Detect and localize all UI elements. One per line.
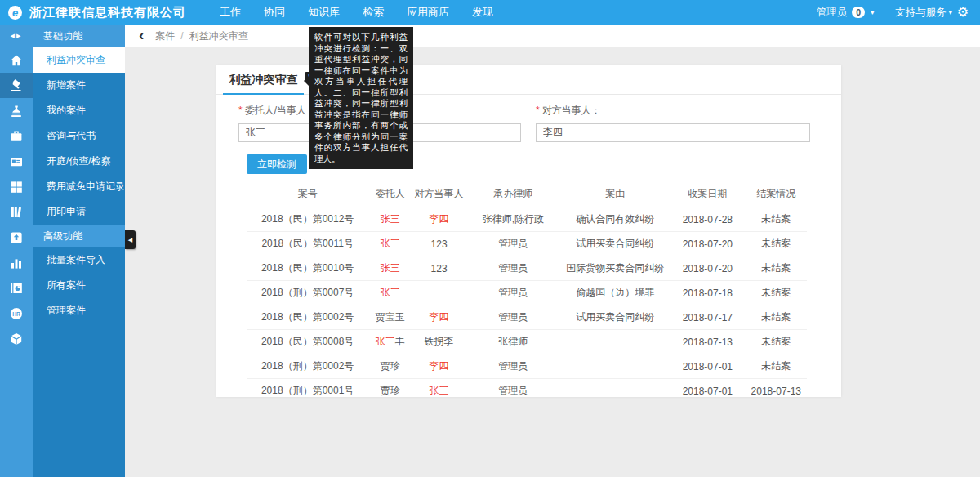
cell-status: 未结案 [746, 305, 807, 330]
hr-icon[interactable]: HR [0, 301, 33, 326]
breadcrumb-section[interactable]: 案件 [155, 29, 175, 43]
opponent-field-label: *对方当事人： [536, 104, 810, 118]
cell-status: 未结案 [746, 354, 807, 379]
cell-opponent: 铁拐李 [412, 330, 466, 354]
cell-lawyer: 张律师 [466, 330, 560, 354]
tooltip-text: 软件可对以下几种利益冲突进行检测：一、双重代理型利益冲突，同一律师在同一案件中为… [314, 32, 408, 163]
nav-item[interactable]: 发现 [461, 0, 505, 25]
collapse-icon[interactable]: ◀▶ [0, 25, 33, 47]
results-table-wrap: 案号委托人对方当事人承办律师案由收案日期结案情况 2018（民）第0012号张三… [247, 181, 807, 403]
topbar: e 浙江律联信息科技有限公司 工作协同知识库检索应用商店发现 管理员 0 ▾ 支… [0, 0, 980, 25]
table-row[interactable]: 2018（刑）第0002号贾珍李四管理员2018-07-01未结案 [247, 354, 807, 379]
results-table: 案号委托人对方当事人承办律师案由收案日期结案情况 2018（民）第0012号张三… [247, 181, 807, 403]
user-menu[interactable]: 管理员 0 ▾ [817, 6, 875, 20]
sidebar-item[interactable]: 新增案件 [33, 73, 125, 98]
conflict-info-tooltip: 软件可对以下几种利益冲突进行检测：一、双重代理型利益冲突，同一律师在同一案件中为… [309, 27, 413, 169]
sidebar-item[interactable]: 用印申请 [33, 199, 125, 225]
table-row[interactable]: 2018（民）第0002号贾宝玉李四管理员试用买卖合同纠纷2018-07-17未… [247, 305, 807, 330]
cell-case-no: 2018（民）第0012号 [247, 207, 368, 232]
table-row[interactable]: 2018（民）第0012号张三李四张律师,陈行政确认合同有效纠纷2018-07-… [247, 207, 807, 232]
table-row[interactable]: 2018（民）第0008号张三丰铁拐李张律师2018-07-13未结案 [247, 330, 807, 354]
sidebar-item[interactable]: 批量案件导入 [33, 247, 125, 273]
table-row[interactable]: 2018（民）第0010号张三123管理员国际货物买卖合同纠纷2018-07-2… [247, 256, 807, 281]
books-icon[interactable] [0, 199, 33, 225]
sidebar-section-header[interactable]: 基础功能 [33, 25, 125, 47]
cell-opponent: 李四 [412, 354, 466, 379]
sidebar-item[interactable]: 开庭/侦查/检察 [33, 149, 125, 174]
cell-opponent: 李四 [412, 207, 466, 232]
table-row[interactable]: 2018（刑）第0001号贾珍张三管理员2018-07-012018-07-13 [247, 379, 807, 403]
svg-text:HR: HR [12, 310, 20, 316]
opponent-input[interactable] [536, 123, 810, 142]
breadcrumb-separator: / [180, 30, 183, 42]
nav-item[interactable]: 工作 [208, 0, 252, 25]
bar-chart-icon[interactable] [0, 250, 33, 275]
cell-status: 未结案 [746, 232, 807, 256]
sidebar-item[interactable]: 咨询与代书 [33, 123, 125, 149]
column-header: 承办律师 [466, 181, 560, 207]
chevron-down-icon: ▾ [949, 9, 952, 16]
cell-cause: 确认合同有效纠纷 [561, 207, 670, 232]
sidebar-item[interactable]: 费用减免申请记录 [33, 174, 125, 199]
breadcrumb: ‹ 案件 / 利益冲突审查 [125, 25, 980, 47]
chevron-down-icon: ▾ [871, 9, 874, 16]
nav-item[interactable]: 知识库 [296, 0, 351, 25]
cell-lawyer: 管理员 [466, 379, 560, 403]
cell-opponent [412, 281, 466, 305]
cell-status: 未结案 [746, 330, 807, 354]
table-header-row: 案号委托人对方当事人承办律师案由收案日期结案情况 [247, 181, 807, 207]
cell-client: 贾宝玉 [368, 305, 412, 330]
gavel-icon[interactable] [0, 73, 33, 98]
brand-title: 浙江律联信息科技有限公司 [29, 5, 186, 20]
briefcase-icon[interactable] [0, 123, 33, 149]
cell-client: 张三丰 [368, 330, 412, 354]
sidebar-item[interactable]: 我的案件 [33, 98, 125, 123]
notification-badge: 0 [852, 7, 865, 18]
sidebar-collapse-tab[interactable]: ◀ [125, 230, 136, 249]
nav-item[interactable]: 检索 [351, 0, 395, 25]
column-header: 案由 [561, 181, 670, 207]
nav-item[interactable]: 协同 [252, 0, 296, 25]
cell-lawyer: 管理员 [466, 305, 560, 330]
support-menu[interactable]: 支持与服务 ▾ [895, 6, 952, 20]
cell-date: 2018-07-28 [670, 207, 745, 232]
required-mark: * [238, 105, 243, 116]
gear-icon[interactable]: ⚙ [957, 6, 969, 19]
cell-client: 贾珍 [368, 354, 412, 379]
table-row[interactable]: 2018（刑）第0007号张三管理员偷越国（边）境罪2018-07-18未结案 [247, 281, 807, 305]
upload-box-icon[interactable] [0, 225, 33, 250]
sidebar-section-header[interactable]: 高级功能 [33, 225, 125, 247]
cell-status: 未结案 [746, 256, 807, 281]
sidebar-item[interactable]: 利益冲突审查 [33, 47, 125, 73]
cell-cause: 试用买卖合同纠纷 [561, 305, 670, 330]
cell-client: 张三 [368, 256, 412, 281]
cube-icon[interactable] [0, 326, 33, 351]
sidebar-item[interactable]: 所有案件 [33, 273, 125, 298]
required-mark: * [536, 105, 540, 116]
home-icon[interactable] [0, 47, 33, 73]
grid-icon[interactable] [0, 174, 33, 199]
cell-cause [561, 354, 670, 379]
report-icon[interactable] [0, 275, 33, 301]
cell-case-no: 2018（民）第0002号 [247, 305, 368, 330]
cell-date: 2018-07-01 [670, 379, 745, 403]
cell-client: 贾珍 [368, 379, 412, 403]
breadcrumb-page: 利益冲突审查 [189, 29, 248, 43]
stamp-icon[interactable] [0, 98, 33, 123]
column-header: 收案日期 [670, 181, 745, 207]
cell-cause [561, 330, 670, 354]
back-icon[interactable]: ‹ [139, 27, 144, 42]
tab-conflict-review[interactable]: 利益冲突审查 [223, 65, 304, 95]
cell-case-no: 2018（民）第0011号 [247, 232, 368, 256]
sidebar-icon-strip: ◀▶HR [0, 25, 33, 477]
nav-item[interactable]: 应用商店 [395, 0, 461, 25]
table-row[interactable]: 2018（民）第0011号张三123管理员试用买卖合同纠纷2018-07-20未… [247, 232, 807, 256]
cell-status: 未结案 [746, 281, 807, 305]
id-card-icon[interactable] [0, 149, 33, 174]
sidebar-item[interactable]: 管理案件 [33, 298, 125, 323]
cell-lawyer: 管理员 [466, 256, 560, 281]
cell-client: 张三 [368, 281, 412, 305]
app-logo-icon: e [8, 6, 22, 20]
cell-date: 2018-07-17 [670, 305, 745, 330]
check-now-button[interactable]: 立即检测 [247, 154, 307, 174]
